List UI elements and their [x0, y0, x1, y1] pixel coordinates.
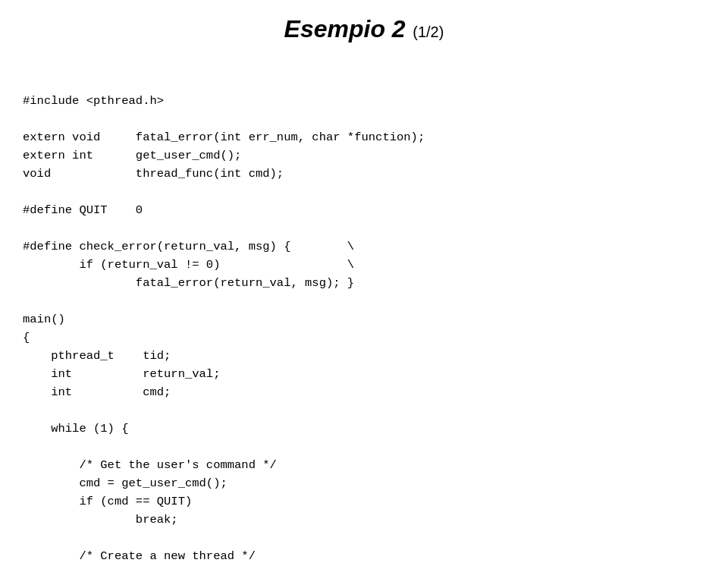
title-area: Esempio 2 (1/2) — [23, 15, 705, 43]
code-line — [23, 438, 705, 456]
code-line: while (1) { — [23, 420, 705, 438]
code-line: #define check_error(return_val, msg) { \ — [23, 237, 705, 256]
code-line — [23, 183, 705, 201]
code-line: cmd = get_user_cmd(); — [23, 474, 705, 492]
code-line — [23, 110, 705, 128]
code-line: extern int get_user_cmd(); — [23, 146, 705, 165]
code-line: if (cmd == QUIT) — [23, 492, 705, 511]
code-line — [23, 219, 705, 237]
code-line: #define QUIT 0 — [23, 201, 705, 219]
code-line — [23, 401, 705, 420]
page-title: Esempio 2 — [284, 15, 406, 42]
code-line: { — [23, 329, 705, 347]
code-block: #include <pthread.h> extern void fatal_e… — [23, 66, 705, 566]
code-line: if (return_val != 0) \ — [23, 256, 705, 274]
code-line: /* Get the user's command */ — [23, 456, 705, 474]
code-line: /* Create a new thread */ — [23, 547, 705, 565]
code-line — [23, 292, 705, 310]
code-line: int return_val; — [23, 365, 705, 383]
code-line: main() — [23, 310, 705, 329]
code-line: extern void fatal_error(int err_num, cha… — [23, 128, 705, 146]
code-line — [23, 529, 705, 547]
code-line: break; — [23, 511, 705, 529]
code-line: fatal_error(return_val, msg); } — [23, 274, 705, 292]
code-line: pthread_t tid; — [23, 347, 705, 365]
page-subtitle: (1/2) — [413, 24, 444, 40]
code-line: int cmd; — [23, 383, 705, 401]
code-line: #include <pthread.h> — [23, 92, 705, 110]
code-line: void thread_func(int cmd); — [23, 165, 705, 183]
